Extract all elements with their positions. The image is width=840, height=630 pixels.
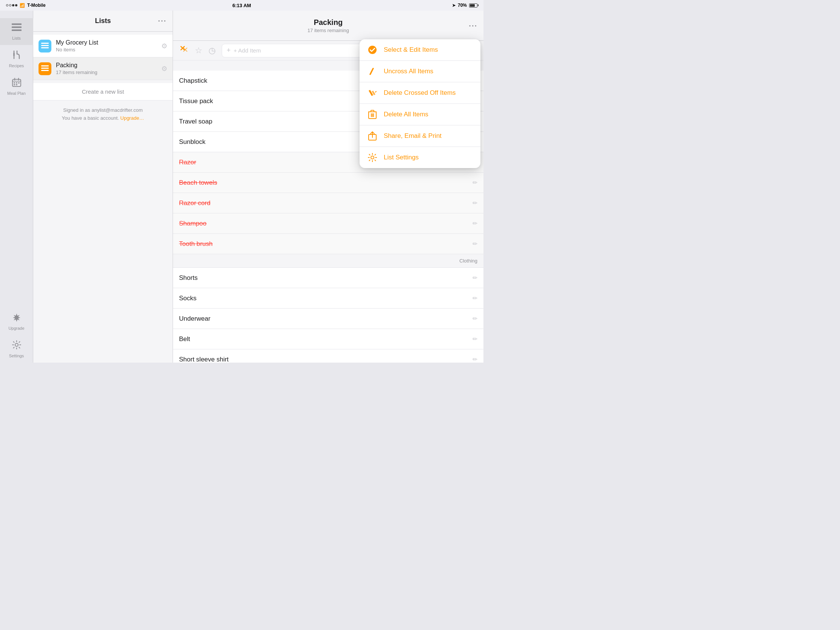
main-content: Packing 17 items remaining ··· ☆ ◷ + + A… (173, 11, 483, 363)
svg-point-30 (371, 156, 374, 159)
svg-rect-13 (14, 84, 15, 85)
upgrade-link[interactable]: Upgrade… (120, 115, 144, 121)
svg-point-15 (15, 343, 18, 346)
create-list-button[interactable]: Create a new list (33, 83, 173, 101)
select-edit-icon (367, 44, 378, 55)
list-row-packing[interactable]: Packing 17 items remaining ⚙ (33, 57, 173, 80)
grocery-subtitle: No items (56, 47, 161, 52)
account-subtext: You have a basic account. Upgrade… (39, 114, 167, 122)
account-info: Signed in as anylist@macdrifter.com You … (33, 101, 173, 128)
settings-label: Settings (9, 354, 24, 358)
battery-indicator (469, 3, 477, 8)
upgrade-icon (12, 313, 21, 324)
packing-gear-button[interactable]: ⚙ (161, 65, 167, 73)
svg-rect-2 (12, 30, 22, 31)
signal-dot-1 (6, 4, 8, 6)
svg-rect-19 (41, 65, 49, 66)
delete-all-label: Delete All Items (384, 111, 428, 118)
list-items-container: My Grocery List No items ⚙ Packing 17 it… (33, 32, 173, 83)
list-row-grocery[interactable]: My Grocery List No items ⚙ (33, 35, 173, 57)
dropdown-uncross-all[interactable]: Uncross All Items (360, 61, 480, 82)
signal-dot-2 (9, 4, 11, 6)
svg-rect-17 (41, 45, 49, 46)
grocery-icon-badge (38, 39, 51, 52)
dropdown-share[interactable]: Share, Email & Print (360, 125, 480, 147)
packing-subtitle: 17 items remaining (56, 69, 161, 75)
svg-rect-21 (41, 70, 49, 71)
svg-rect-12 (18, 82, 20, 84)
svg-rect-10 (14, 82, 15, 84)
sidebar-item-upgrade[interactable]: Upgrade (0, 308, 33, 335)
lists-more-button[interactable]: ··· (158, 17, 167, 25)
signal-dot-4 (15, 4, 17, 6)
sidebar-item-mealplan[interactable]: Meal Plan (0, 73, 33, 100)
account-email: Signed in as anylist@macdrifter.com (39, 106, 167, 114)
packing-name: Packing (56, 62, 161, 69)
lists-header: Lists ··· (33, 11, 173, 32)
list-settings-label: List Settings (384, 154, 419, 161)
status-bar-left: 📶 T-Mobile (6, 3, 46, 8)
packing-info: Packing 17 items remaining (56, 62, 161, 75)
mealplan-label: Meal Plan (7, 91, 26, 96)
battery-fill (470, 4, 475, 7)
share-icon (367, 131, 378, 141)
share-label: Share, Email & Print (384, 132, 442, 140)
uncross-all-icon (367, 66, 378, 77)
lists-label: Lists (12, 36, 21, 40)
svg-rect-14 (16, 84, 17, 85)
svg-rect-20 (41, 68, 49, 69)
svg-rect-18 (41, 47, 49, 48)
uncross-all-label: Uncross All Items (384, 68, 433, 75)
location-icon: ➤ (452, 3, 455, 8)
list-settings-icon (367, 152, 378, 163)
grocery-name: My Grocery List (56, 39, 161, 46)
sidebar-item-lists[interactable]: Lists (0, 18, 33, 45)
grocery-info: My Grocery List No items (56, 39, 161, 52)
nav-sidebar: Lists Recipes (0, 11, 33, 363)
svg-rect-0 (12, 24, 22, 25)
battery-box (469, 3, 477, 8)
svg-rect-16 (41, 43, 49, 44)
svg-point-22 (368, 46, 377, 54)
sidebar-item-settings[interactable]: Settings (0, 335, 33, 363)
grocery-gear-button[interactable]: ⚙ (161, 42, 167, 50)
recipes-label: Recipes (9, 63, 24, 68)
recipes-icon (13, 50, 21, 62)
app-container: Lists Recipes (0, 11, 483, 363)
dropdown-delete-crossed[interactable]: Delete Crossed Off Items (360, 82, 480, 104)
wifi-icon: 📶 (20, 3, 25, 8)
dropdown-menu: Select & Edit Items Uncross All Items (360, 39, 480, 168)
lists-panel: Lists ··· My Grocery List No items ⚙ (33, 11, 173, 363)
delete-crossed-label: Delete Crossed Off Items (384, 89, 456, 97)
status-bar-time: 6:13 AM (232, 3, 251, 8)
settings-icon (12, 340, 21, 352)
delete-all-icon (367, 109, 378, 120)
select-edit-label: Select & Edit Items (384, 46, 438, 54)
signal-dot-3 (12, 4, 14, 6)
dropdown-delete-all[interactable]: Delete All Items (360, 104, 480, 125)
delete-crossed-icon (367, 88, 378, 98)
upgrade-label: Upgrade (8, 326, 24, 330)
packing-icon-badge (38, 62, 51, 75)
svg-rect-1 (12, 27, 22, 28)
status-bar-right: ➤ 70% (452, 3, 477, 8)
signal-dots (6, 4, 17, 6)
sidebar-item-recipes[interactable]: Recipes (0, 45, 33, 73)
svg-rect-11 (16, 82, 17, 84)
lists-icon (12, 24, 22, 34)
battery-percent: 70% (458, 3, 467, 8)
carrier-label: T-Mobile (27, 3, 46, 8)
status-bar: 📶 T-Mobile 6:13 AM ➤ 70% (0, 0, 483, 11)
mealplan-icon (12, 78, 21, 89)
dropdown-list-settings[interactable]: List Settings (360, 147, 480, 168)
dropdown-select-edit[interactable]: Select & Edit Items (360, 39, 480, 61)
lists-panel-title: Lists (95, 17, 111, 25)
